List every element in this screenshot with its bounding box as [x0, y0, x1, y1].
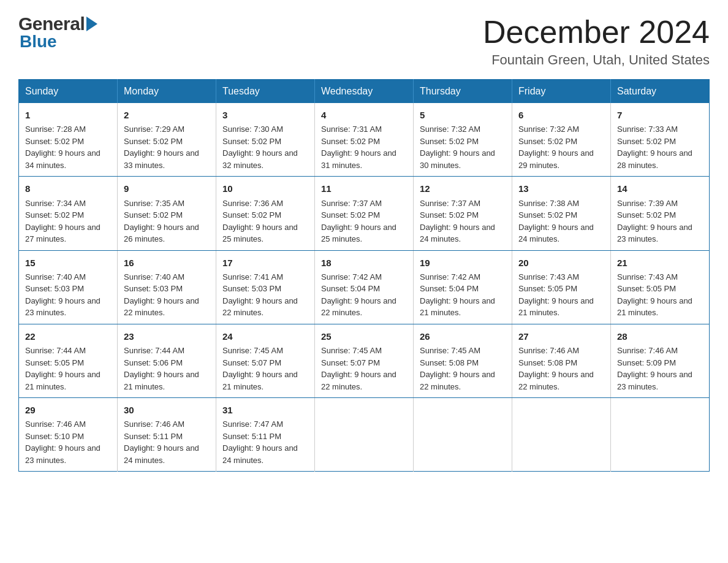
calendar-cell	[512, 398, 611, 472]
day-info: Sunrise: 7:38 AMSunset: 5:02 PMDaylight:…	[518, 197, 604, 245]
day-info: Sunrise: 7:32 AMSunset: 5:02 PMDaylight:…	[420, 123, 506, 171]
calendar-cell: 19Sunrise: 7:42 AMSunset: 5:04 PMDayligh…	[414, 250, 512, 324]
location-title: Fountain Green, Utah, United States	[483, 52, 710, 68]
calendar-cell: 16Sunrise: 7:40 AMSunset: 5:03 PMDayligh…	[118, 250, 216, 324]
logo-blue-text: Blue	[20, 33, 97, 50]
day-info: Sunrise: 7:39 AMSunset: 5:02 PMDaylight:…	[617, 197, 703, 245]
day-number: 1	[25, 108, 111, 122]
day-info: Sunrise: 7:28 AMSunset: 5:02 PMDaylight:…	[25, 123, 111, 171]
weekday-header-wednesday: Wednesday	[315, 80, 414, 104]
day-number: 23	[124, 329, 210, 343]
day-number: 17	[222, 256, 308, 270]
day-number: 25	[321, 329, 407, 343]
day-number: 14	[617, 182, 703, 196]
calendar-table: SundayMondayTuesdayWednesdayThursdayFrid…	[18, 79, 710, 472]
calendar-cell: 12Sunrise: 7:37 AMSunset: 5:02 PMDayligh…	[414, 177, 512, 250]
day-info: Sunrise: 7:32 AMSunset: 5:02 PMDaylight:…	[518, 123, 604, 171]
day-info: Sunrise: 7:29 AMSunset: 5:02 PMDaylight:…	[124, 123, 210, 171]
day-info: Sunrise: 7:45 AMSunset: 5:07 PMDaylight:…	[321, 345, 407, 393]
day-number: 27	[518, 329, 604, 343]
calendar-cell: 2Sunrise: 7:29 AMSunset: 5:02 PMDaylight…	[118, 103, 216, 177]
day-info: Sunrise: 7:40 AMSunset: 5:03 PMDaylight:…	[25, 271, 111, 319]
calendar-cell: 27Sunrise: 7:46 AMSunset: 5:08 PMDayligh…	[512, 324, 611, 397]
day-number: 16	[124, 256, 210, 270]
day-number: 19	[420, 256, 506, 270]
title-section: December 2024 Fountain Green, Utah, Unit…	[483, 15, 710, 68]
day-info: Sunrise: 7:40 AMSunset: 5:03 PMDaylight:…	[124, 271, 210, 319]
calendar-week-row: 1Sunrise: 7:28 AMSunset: 5:02 PMDaylight…	[19, 103, 710, 177]
day-info: Sunrise: 7:44 AMSunset: 5:06 PMDaylight:…	[124, 345, 210, 393]
calendar-cell: 18Sunrise: 7:42 AMSunset: 5:04 PMDayligh…	[315, 250, 414, 324]
calendar-cell: 15Sunrise: 7:40 AMSunset: 5:03 PMDayligh…	[19, 250, 118, 324]
day-number: 6	[518, 108, 604, 122]
weekday-header-friday: Friday	[512, 80, 611, 104]
day-number: 2	[124, 108, 210, 122]
day-info: Sunrise: 7:46 AMSunset: 5:11 PMDaylight:…	[124, 418, 210, 466]
calendar-cell: 24Sunrise: 7:45 AMSunset: 5:07 PMDayligh…	[216, 324, 315, 397]
day-number: 22	[25, 329, 111, 343]
calendar-cell	[611, 398, 710, 472]
calendar-week-row: 8Sunrise: 7:34 AMSunset: 5:02 PMDaylight…	[19, 177, 710, 250]
calendar-cell: 11Sunrise: 7:37 AMSunset: 5:02 PMDayligh…	[315, 177, 414, 250]
logo-arrow-icon	[86, 17, 97, 31]
day-info: Sunrise: 7:46 AMSunset: 5:09 PMDaylight:…	[617, 345, 703, 393]
day-info: Sunrise: 7:33 AMSunset: 5:02 PMDaylight:…	[617, 123, 703, 171]
day-info: Sunrise: 7:45 AMSunset: 5:08 PMDaylight:…	[420, 345, 506, 393]
day-number: 8	[25, 182, 111, 196]
logo-general-text: General	[18, 15, 85, 33]
calendar-cell: 31Sunrise: 7:47 AMSunset: 5:11 PMDayligh…	[216, 398, 315, 472]
day-number: 31	[222, 403, 308, 417]
day-number: 15	[25, 256, 111, 270]
day-number: 10	[222, 182, 308, 196]
day-info: Sunrise: 7:30 AMSunset: 5:02 PMDaylight:…	[222, 123, 308, 171]
calendar-cell: 25Sunrise: 7:45 AMSunset: 5:07 PMDayligh…	[315, 324, 414, 397]
calendar-cell: 22Sunrise: 7:44 AMSunset: 5:05 PMDayligh…	[19, 324, 118, 397]
day-number: 5	[420, 108, 506, 122]
calendar-week-row: 22Sunrise: 7:44 AMSunset: 5:05 PMDayligh…	[19, 324, 710, 397]
calendar-cell: 4Sunrise: 7:31 AMSunset: 5:02 PMDaylight…	[315, 103, 414, 177]
calendar-cell: 8Sunrise: 7:34 AMSunset: 5:02 PMDaylight…	[19, 177, 118, 250]
calendar-cell: 23Sunrise: 7:44 AMSunset: 5:06 PMDayligh…	[118, 324, 216, 397]
day-info: Sunrise: 7:46 AMSunset: 5:10 PMDaylight:…	[25, 418, 111, 466]
weekday-header-row: SundayMondayTuesdayWednesdayThursdayFrid…	[19, 80, 710, 104]
day-number: 30	[124, 403, 210, 417]
calendar-cell: 20Sunrise: 7:43 AMSunset: 5:05 PMDayligh…	[512, 250, 611, 324]
day-info: Sunrise: 7:47 AMSunset: 5:11 PMDaylight:…	[222, 418, 308, 466]
weekday-header-sunday: Sunday	[19, 80, 118, 104]
logo: General Blue	[18, 15, 97, 50]
calendar-cell: 1Sunrise: 7:28 AMSunset: 5:02 PMDaylight…	[19, 103, 118, 177]
day-number: 21	[617, 256, 703, 270]
day-number: 9	[124, 182, 210, 196]
calendar-cell: 7Sunrise: 7:33 AMSunset: 5:02 PMDaylight…	[611, 103, 710, 177]
calendar-cell: 28Sunrise: 7:46 AMSunset: 5:09 PMDayligh…	[611, 324, 710, 397]
day-number: 20	[518, 256, 604, 270]
day-info: Sunrise: 7:37 AMSunset: 5:02 PMDaylight:…	[321, 197, 407, 245]
day-info: Sunrise: 7:45 AMSunset: 5:07 PMDaylight:…	[222, 345, 308, 393]
month-title: December 2024	[483, 15, 710, 50]
day-info: Sunrise: 7:35 AMSunset: 5:02 PMDaylight:…	[124, 197, 210, 245]
weekday-header-tuesday: Tuesday	[216, 80, 315, 104]
weekday-header-monday: Monday	[118, 80, 216, 104]
day-info: Sunrise: 7:34 AMSunset: 5:02 PMDaylight:…	[25, 197, 111, 245]
day-info: Sunrise: 7:46 AMSunset: 5:08 PMDaylight:…	[518, 345, 604, 393]
calendar-cell: 29Sunrise: 7:46 AMSunset: 5:10 PMDayligh…	[19, 398, 118, 472]
day-info: Sunrise: 7:36 AMSunset: 5:02 PMDaylight:…	[222, 197, 308, 245]
calendar-cell: 6Sunrise: 7:32 AMSunset: 5:02 PMDaylight…	[512, 103, 611, 177]
calendar-cell: 14Sunrise: 7:39 AMSunset: 5:02 PMDayligh…	[611, 177, 710, 250]
day-number: 7	[617, 108, 703, 122]
calendar-cell: 10Sunrise: 7:36 AMSunset: 5:02 PMDayligh…	[216, 177, 315, 250]
day-info: Sunrise: 7:41 AMSunset: 5:03 PMDaylight:…	[222, 271, 308, 319]
day-number: 3	[222, 108, 308, 122]
calendar-cell: 26Sunrise: 7:45 AMSunset: 5:08 PMDayligh…	[414, 324, 512, 397]
day-info: Sunrise: 7:44 AMSunset: 5:05 PMDaylight:…	[25, 345, 111, 393]
calendar-cell: 13Sunrise: 7:38 AMSunset: 5:02 PMDayligh…	[512, 177, 611, 250]
page-header: General Blue December 2024 Fountain Gree…	[18, 15, 710, 68]
calendar-cell: 9Sunrise: 7:35 AMSunset: 5:02 PMDaylight…	[118, 177, 216, 250]
day-number: 12	[420, 182, 506, 196]
day-info: Sunrise: 7:37 AMSunset: 5:02 PMDaylight:…	[420, 197, 506, 245]
day-number: 29	[25, 403, 111, 417]
day-number: 18	[321, 256, 407, 270]
day-info: Sunrise: 7:43 AMSunset: 5:05 PMDaylight:…	[518, 271, 604, 319]
calendar-cell: 3Sunrise: 7:30 AMSunset: 5:02 PMDaylight…	[216, 103, 315, 177]
calendar-cell: 5Sunrise: 7:32 AMSunset: 5:02 PMDaylight…	[414, 103, 512, 177]
